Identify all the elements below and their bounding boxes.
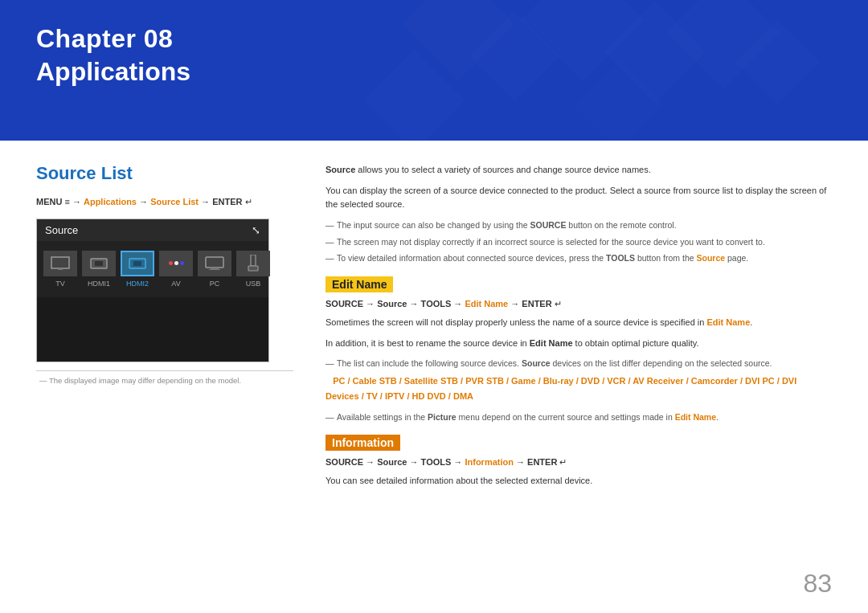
information-nav: SOURCE → Source → TOOLS → Information → … xyxy=(326,457,832,468)
hdmi1-icon-box xyxy=(82,251,116,276)
source-expand-icon: ⤡ xyxy=(252,224,260,236)
source-item-pc: PC xyxy=(198,251,231,288)
source-item-hdmi1: HDMI1 xyxy=(82,251,116,288)
information-nav-item: Information xyxy=(465,457,514,467)
edit-name-bullet1: The list can include the following sourc… xyxy=(326,357,832,370)
tv-label: TV xyxy=(55,280,65,288)
menu-label: MENU xyxy=(36,197,62,206)
svg-rect-0 xyxy=(51,257,69,268)
edit-name-heading: Edit Name xyxy=(326,276,393,292)
page-header: Chapter 08 Applications xyxy=(0,0,868,141)
svg-rect-8 xyxy=(209,269,220,270)
source-label: Source xyxy=(45,224,78,236)
source-item-hdmi2: HDMI2 xyxy=(121,251,154,288)
edit-name-section: Edit Name SOURCE → Source → TOOLS → Edit… xyxy=(326,268,832,423)
information-section: Information SOURCE → Source → TOOLS → In… xyxy=(326,427,832,488)
source-ui-mockup: Source ⤡ TV HDMI1 xyxy=(36,219,269,362)
page-number: 83 xyxy=(803,569,832,599)
arrow2: → xyxy=(201,197,212,206)
source-box-header: Source ⤡ xyxy=(37,219,268,241)
information-heading: Information xyxy=(326,435,400,451)
disclaimer-text: ― The displayed image may differ dependi… xyxy=(36,370,293,385)
header-decoration xyxy=(402,0,804,141)
para2: You can display the screen of a source d… xyxy=(326,184,832,212)
edit-name-para1: Sometimes the screen will not display pr… xyxy=(326,316,832,330)
svg-rect-7 xyxy=(211,268,219,269)
svg-rect-3 xyxy=(95,261,103,266)
tv-icon-box xyxy=(43,251,77,276)
edit-name-nav-item: Edit Name xyxy=(465,299,508,309)
source-list-title: Source List xyxy=(36,163,293,184)
usb-icon-box xyxy=(236,251,270,276)
arrow: → xyxy=(139,197,150,206)
chapter-subtitle: Applications xyxy=(36,57,190,87)
edit-name-nav: SOURCE → Source → TOOLS → Edit Name → EN… xyxy=(326,299,832,309)
main-content: Source List MENU ≡ → Applications → Sour… xyxy=(0,141,868,511)
header-title-block: Chapter 08 Applications xyxy=(36,24,190,87)
menu-nav: MENU ≡ → Applications → Source List → EN… xyxy=(36,195,293,209)
bullet-3: To view detailed information about conne… xyxy=(326,251,832,265)
hdmi2-icon-box xyxy=(121,251,154,276)
intro-paragraph: Source allows you to select a variety of… xyxy=(326,163,832,178)
information-para1: You can see detailed information about t… xyxy=(326,474,832,488)
svg-rect-5 xyxy=(133,261,141,266)
svg-rect-9 xyxy=(251,255,256,266)
pc-icon-box xyxy=(198,251,231,276)
edit-name-para2: In addition, it is best to rename the so… xyxy=(326,337,832,351)
intro-text: allows you to select a variety of source… xyxy=(358,165,650,174)
svg-rect-1 xyxy=(58,268,63,270)
av-label: AV xyxy=(171,280,180,288)
device-list: PC / Cable STB / Satellite STB / PVR STB… xyxy=(326,374,832,403)
bullet-1: The input source can also be changed by … xyxy=(326,219,832,232)
usb-label: USB xyxy=(246,280,261,288)
source-bold: Source xyxy=(326,165,355,174)
menu-icon: ≡ → xyxy=(64,197,84,206)
applications-link: Applications xyxy=(84,197,137,206)
bullet-2: The screen may not display correctly if … xyxy=(326,235,832,249)
av-icon-box xyxy=(159,251,193,276)
hdmi2-label: HDMI2 xyxy=(126,280,149,288)
left-column: Source List MENU ≡ → Applications → Sour… xyxy=(36,163,293,495)
enter-icon: ↵ xyxy=(245,197,252,206)
svg-rect-10 xyxy=(248,266,258,271)
enter-label: ENTER xyxy=(212,197,242,206)
svg-rect-6 xyxy=(206,257,223,268)
source-item-tv: TV xyxy=(43,251,77,288)
source-item-av: AV xyxy=(159,251,193,288)
source-item-usb: USB xyxy=(236,251,270,288)
source-items-grid: TV HDMI1 HDMI2 xyxy=(37,241,268,297)
source-list-link: Source List xyxy=(150,197,199,206)
chapter-label: Chapter 08 xyxy=(36,24,190,54)
edit-name-bullet2: Available settings in the Picture menu d… xyxy=(326,411,832,424)
pc-label: PC xyxy=(210,280,220,288)
right-column: Source allows you to select a variety of… xyxy=(326,163,832,495)
source-bottom-area xyxy=(37,297,268,362)
hdmi1-label: HDMI1 xyxy=(88,280,110,288)
